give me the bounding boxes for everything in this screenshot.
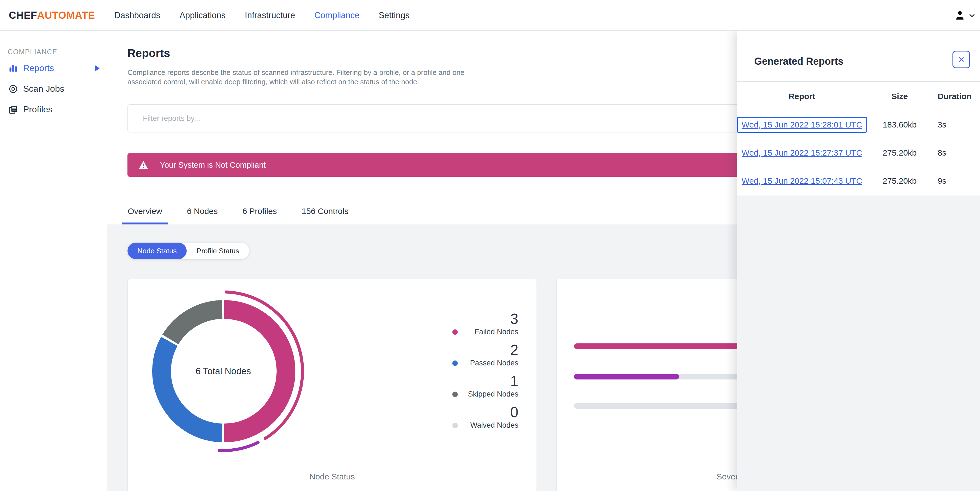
generated-reports-table: Report Size Duration Wed, 15 Jun 2022 15… (737, 82, 980, 195)
sidebar: COMPLIANCE Reports Scan Jobs Profiles (0, 31, 107, 491)
user-menu[interactable] (954, 0, 975, 31)
report-duration: 3s (933, 120, 980, 129)
failed-count: 3 (511, 311, 519, 327)
legend-failed-nodes: 3 Failed Nodes (452, 311, 519, 336)
drawer-content: Generated Reports ✕ Report Size Duration… (737, 31, 980, 196)
passed-count: 2 (511, 342, 519, 358)
table-row: Wed, 15 Jun 2022 15:28:01 UTC 183.60kb 3… (737, 111, 980, 139)
donut-failed-segment (224, 309, 286, 433)
column-header-report: Report (737, 92, 867, 101)
chef-automate-logo[interactable]: CHEFAUTOMATE (9, 0, 95, 31)
toggle-node-status[interactable]: Node Status (127, 242, 187, 259)
documents-stack-icon (8, 105, 19, 115)
sidebar-item-scan-jobs[interactable]: Scan Jobs (0, 78, 107, 99)
node-status-donut-chart[interactable] (141, 289, 306, 454)
table-row: Wed, 15 Jun 2022 15:07:43 UTC 275.20kb 9… (737, 167, 980, 195)
legend-label: Waived Nodes (458, 421, 519, 430)
status-toggle: Node Status Profile Status (127, 242, 249, 259)
tab-profiles[interactable]: 6 Profiles (237, 198, 283, 225)
legend-label: Failed Nodes (458, 328, 519, 336)
chevron-down-icon[interactable] (969, 12, 975, 19)
failed-dot-icon (452, 329, 458, 335)
outer-purple-arc (219, 443, 258, 451)
node-status-card-footer: Node Status (128, 472, 536, 481)
main-nav: Dashboards Applications Infrastructure C… (114, 0, 410, 31)
toggle-profile-status[interactable]: Profile Status (187, 242, 249, 259)
legend-label: Passed Nodes (458, 359, 519, 367)
column-header-size: Size (867, 92, 933, 101)
bar-chart-icon (8, 63, 19, 73)
table-row: Wed, 15 Jun 2022 15:27:37 UTC 275.20kb 8… (737, 139, 980, 167)
sidebar-item-label: Reports (23, 63, 54, 73)
sidebar-item-label: Scan Jobs (23, 84, 64, 94)
donut-passed-segment (162, 341, 222, 433)
legend-label: Skipped Nodes (458, 390, 519, 399)
tab-overview[interactable]: Overview (122, 198, 168, 225)
brand-chef: CHEF (9, 10, 37, 21)
sidebar-item-label: Profiles (23, 104, 52, 115)
card-divider (134, 463, 530, 463)
skipped-count: 1 (511, 373, 519, 389)
report-download-link[interactable]: Wed, 15 Jun 2022 15:27:37 UTC (741, 148, 862, 158)
report-duration: 8s (933, 148, 980, 158)
report-download-link[interactable]: Wed, 15 Jun 2022 15:28:01 UTC (741, 120, 862, 129)
tab-controls[interactable]: 156 Controls (296, 198, 355, 225)
alert-banner-text: Your System is Not Compliant (160, 161, 266, 170)
chevron-right-icon (95, 65, 100, 72)
nav-settings[interactable]: Settings (379, 10, 410, 21)
severity-bar-major (574, 374, 679, 379)
waived-dot-icon (452, 423, 458, 428)
sidebar-item-reports[interactable]: Reports (0, 58, 107, 78)
waived-count: 0 (511, 405, 519, 420)
skipped-dot-icon (452, 392, 458, 397)
drawer-title: Generated Reports (754, 56, 843, 67)
donut-skipped-segment (170, 309, 222, 340)
nav-dashboards[interactable]: Dashboards (114, 10, 160, 21)
report-download-link[interactable]: Wed, 15 Jun 2022 15:07:43 UTC (741, 176, 862, 186)
node-status-card: 6 Total Nodes 3 Failed Nodes 2 Passed No… (127, 279, 537, 491)
nav-applications[interactable]: Applications (180, 10, 226, 21)
legend-waived-nodes: 0 Waived Nodes (452, 405, 519, 430)
legend-skipped-nodes: 1 Skipped Nodes (452, 373, 519, 399)
focused-report-link-wrapper: Wed, 15 Jun 2022 15:28:01 UTC (737, 117, 867, 133)
page-description: Compliance reports describe the status o… (127, 68, 470, 86)
tab-nodes[interactable]: 6 Nodes (181, 198, 224, 225)
report-size: 275.20kb (867, 176, 933, 186)
passed-dot-icon (452, 360, 458, 366)
user-profile-icon[interactable] (954, 9, 966, 22)
nav-compliance[interactable]: Compliance (314, 10, 360, 21)
close-icon: ✕ (958, 55, 964, 64)
scanner-target-icon (8, 84, 19, 94)
column-header-duration: Duration (933, 92, 980, 101)
warning-triangle-icon (138, 160, 148, 170)
page-title: Reports (127, 47, 170, 60)
report-tabs: Overview 6 Nodes 6 Profiles 156 Controls (122, 198, 355, 225)
node-status-legend: 3 Failed Nodes 2 Passed Nodes 1 Skipped … (452, 311, 519, 436)
sidebar-item-profiles[interactable]: Profiles (0, 99, 107, 120)
report-duration: 9s (933, 176, 980, 186)
report-size: 275.20kb (867, 148, 933, 158)
sidebar-section-label: COMPLIANCE (8, 48, 57, 56)
brand-automate: AUTOMATE (37, 10, 95, 21)
generated-reports-drawer: Generated Reports ✕ Report Size Duration… (737, 31, 980, 491)
legend-passed-nodes: 2 Passed Nodes (452, 342, 519, 367)
report-size: 183.60kb (867, 120, 933, 129)
top-nav: CHEFAUTOMATE Dashboards Applications Inf… (0, 0, 980, 31)
close-drawer-button[interactable]: ✕ (953, 51, 970, 68)
nav-infrastructure[interactable]: Infrastructure (245, 10, 295, 21)
table-header-row: Report Size Duration (737, 82, 980, 111)
